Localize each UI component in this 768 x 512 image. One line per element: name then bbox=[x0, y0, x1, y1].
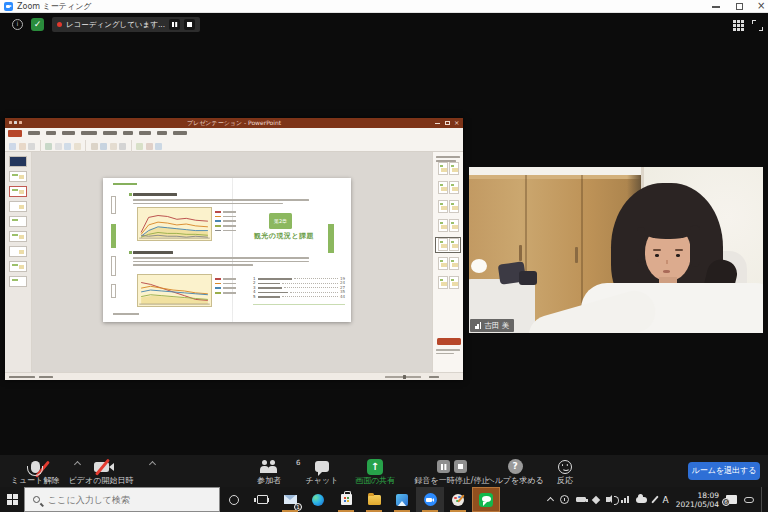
ppt-close-button[interactable]: × bbox=[454, 121, 459, 126]
unmute-button[interactable]: ミュート解除 bbox=[6, 458, 64, 486]
participant-video-tile[interactable]: 吉田 美 bbox=[469, 167, 763, 333]
slide-thumbnail[interactable] bbox=[9, 201, 27, 212]
cortana-button[interactable] bbox=[220, 487, 248, 512]
ribbon-tab[interactable] bbox=[123, 131, 133, 135]
design-thumbnail[interactable] bbox=[436, 276, 460, 290]
slide-thumbnail-selected[interactable] bbox=[9, 186, 27, 197]
status-text bbox=[39, 376, 53, 379]
volume-icon[interactable] bbox=[606, 497, 610, 502]
pause-stop-recording-button[interactable]: 録音を一時停止/停止 bbox=[408, 458, 496, 486]
design-thumbnail[interactable] bbox=[436, 200, 460, 214]
slide-thumbnail[interactable] bbox=[9, 216, 27, 227]
ribbon-tab[interactable] bbox=[62, 131, 75, 135]
ime-indicator[interactable]: A bbox=[663, 495, 669, 505]
slide-thumbnail[interactable] bbox=[9, 171, 27, 182]
search-input[interactable] bbox=[46, 494, 196, 506]
encryption-shield-icon[interactable]: ✓ bbox=[31, 18, 44, 31]
pane-header-text bbox=[436, 156, 460, 158]
ribbon-tab[interactable] bbox=[103, 131, 117, 135]
hidden-icons-chevron[interactable] bbox=[547, 497, 554, 504]
body-text-line bbox=[133, 257, 309, 259]
show-desktop-button[interactable] bbox=[761, 487, 764, 512]
cloud-outline-icon[interactable] bbox=[744, 497, 754, 503]
ppt-minimize-button[interactable] bbox=[435, 123, 440, 124]
pane-caption-text bbox=[436, 349, 460, 351]
toc-row: 544 bbox=[253, 294, 345, 299]
ribbon-tab[interactable] bbox=[173, 131, 187, 135]
slide-thumbnail[interactable] bbox=[9, 246, 27, 257]
ribbon-tab[interactable] bbox=[157, 131, 167, 135]
zoom-app[interactable] bbox=[416, 487, 444, 512]
store-app[interactable] bbox=[332, 487, 360, 512]
start-video-button[interactable]: ビデオの開始日時 bbox=[64, 458, 138, 486]
gallery-view-icon[interactable] bbox=[733, 20, 744, 31]
participants-button[interactable]: 6 参加者 bbox=[244, 458, 294, 486]
paint3d-app[interactable] bbox=[444, 487, 472, 512]
ribbon-tab[interactable] bbox=[139, 131, 151, 135]
design-thumbnail[interactable] bbox=[436, 162, 460, 176]
line-app[interactable] bbox=[472, 487, 500, 512]
recording-stop-button[interactable] bbox=[184, 19, 195, 30]
chat-button[interactable]: チャット bbox=[300, 458, 344, 486]
meeting-info-icon[interactable]: i bbox=[12, 19, 23, 30]
network-icon[interactable] bbox=[621, 496, 628, 503]
recording-pause-button[interactable] bbox=[169, 19, 180, 30]
body-text-line bbox=[133, 264, 253, 266]
ppt-maximize-button[interactable] bbox=[445, 121, 450, 126]
recording-label: レコーディングしています... bbox=[66, 20, 165, 30]
line-chart-2 bbox=[137, 274, 212, 307]
edge-app[interactable] bbox=[304, 487, 332, 512]
stop-recording-icon[interactable] bbox=[454, 460, 467, 473]
task-view-button[interactable] bbox=[248, 487, 276, 512]
design-ideas-pane bbox=[432, 152, 463, 372]
powerpoint-window: プレゼンテーション - PowerPoint × bbox=[5, 118, 463, 380]
pane-action-button[interactable] bbox=[437, 338, 461, 345]
windows-logo-icon bbox=[7, 494, 18, 505]
mail-app[interactable]: 1 bbox=[276, 487, 304, 512]
design-thumbnail[interactable] bbox=[436, 219, 460, 233]
close-button[interactable]: × bbox=[757, 0, 765, 13]
design-thumbnail-selected[interactable] bbox=[436, 238, 460, 252]
ribbon-tab[interactable] bbox=[46, 131, 56, 135]
leave-room-button[interactable]: ルームを退出する bbox=[688, 462, 760, 480]
line-chart-1 bbox=[137, 207, 212, 241]
photos-app[interactable] bbox=[388, 487, 416, 512]
store-icon bbox=[341, 494, 352, 505]
slide-thumbnail-panel[interactable] bbox=[5, 152, 32, 372]
powerpoint-statusbar bbox=[5, 372, 463, 380]
taskbar-clock[interactable]: 18:09 2021/05/04 bbox=[676, 491, 719, 509]
slide-thumbnail[interactable] bbox=[9, 156, 27, 167]
onedrive-cloud-icon[interactable] bbox=[636, 497, 647, 503]
battery-icon[interactable] bbox=[576, 497, 586, 503]
ribbon-tab-file[interactable] bbox=[8, 130, 22, 137]
fullscreen-icon[interactable] bbox=[752, 20, 763, 31]
taskbar-search[interactable] bbox=[24, 487, 220, 512]
action-center-icon[interactable]: 6 bbox=[726, 495, 737, 504]
toc-divider bbox=[253, 304, 345, 305]
pen-icon[interactable] bbox=[651, 495, 659, 503]
zoom-slider-knob[interactable] bbox=[403, 375, 406, 379]
windows-taskbar: 1 A 18:09 2021/05/04 6 bbox=[0, 487, 768, 512]
start-button[interactable] bbox=[0, 487, 24, 512]
dropbox-icon[interactable] bbox=[592, 495, 600, 503]
design-thumbnail[interactable] bbox=[436, 181, 460, 195]
slide-thumbnail[interactable] bbox=[9, 276, 27, 287]
ribbon-tab[interactable] bbox=[81, 131, 97, 135]
ask-for-help-button[interactable]: ヘルプを求める bbox=[486, 458, 544, 486]
search-icon bbox=[33, 496, 40, 503]
line-icon bbox=[479, 493, 493, 507]
file-explorer-app[interactable] bbox=[360, 487, 388, 512]
minimize-button[interactable] bbox=[712, 6, 720, 8]
share-screen-button[interactable]: 画面の共有 bbox=[346, 458, 404, 486]
clock-date: 2021/05/04 bbox=[676, 500, 719, 509]
video-options-caret[interactable] bbox=[148, 461, 155, 468]
maximize-button[interactable] bbox=[736, 3, 743, 10]
slide-thumbnail[interactable] bbox=[9, 261, 27, 272]
microphone-muted-icon bbox=[31, 461, 40, 473]
clock-tray-icon[interactable] bbox=[560, 495, 569, 504]
reactions-button[interactable]: 反応 bbox=[548, 458, 582, 486]
ribbon-tab[interactable] bbox=[28, 131, 40, 135]
pause-recording-icon[interactable] bbox=[437, 460, 450, 473]
slide-thumbnail[interactable] bbox=[9, 231, 27, 242]
design-thumbnail[interactable] bbox=[436, 257, 460, 271]
